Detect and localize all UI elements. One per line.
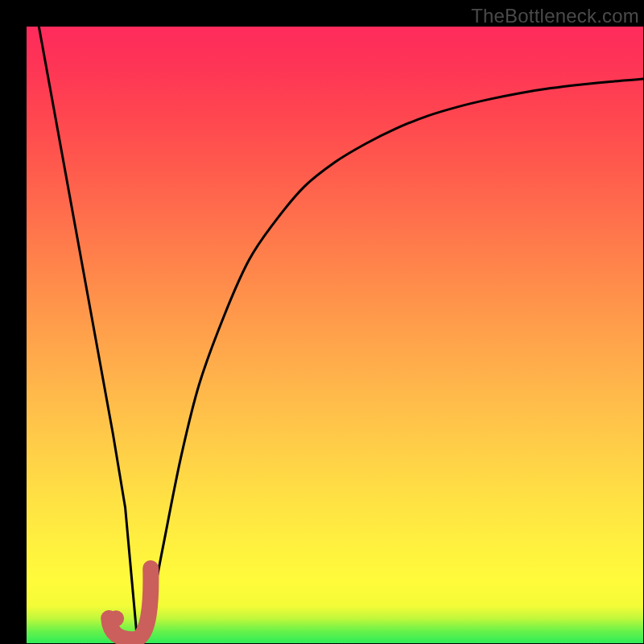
optimal-marker-hook [109,568,151,639]
chart-overlay [27,27,643,643]
chart-frame: TheBottleneck.com [0,0,644,644]
watermark-text: TheBottleneck.com [471,5,639,27]
bottleneck-curve [39,27,643,643]
